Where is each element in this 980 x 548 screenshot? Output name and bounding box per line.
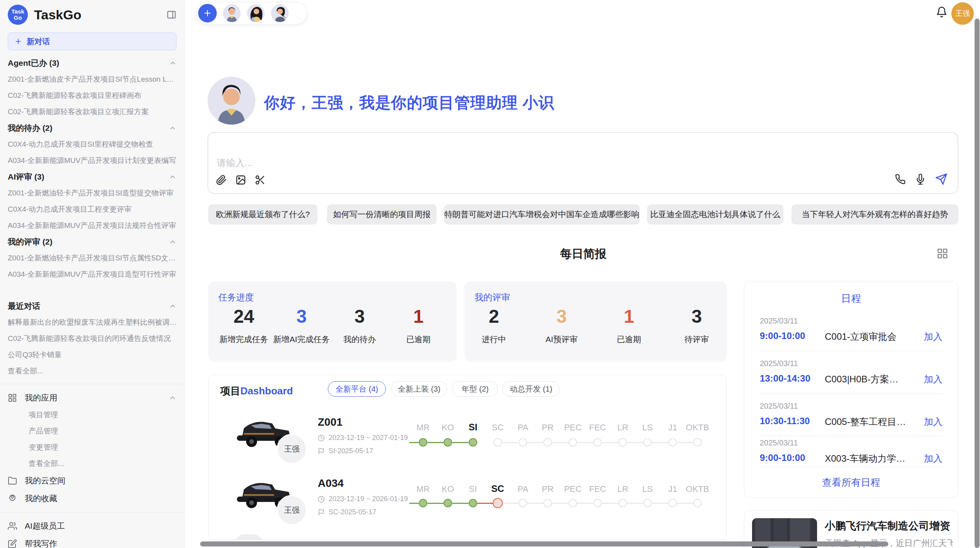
app-screen: Task Go TaskGo 新对话 Agent已办 (3) Z001-全新燃油… xyxy=(0,0,980,548)
suggestion-chip[interactable]: 当下年轻人对汽车外观有怎样的喜好趋势 xyxy=(792,204,958,224)
list-item[interactable]: 解释最新出台的欧盟报废车法规再生塑料比例被调至15%... xyxy=(0,314,184,331)
view-all-chats[interactable]: 查看全部... xyxy=(0,363,184,379)
tab-new-body[interactable]: 全新上装 (3) xyxy=(391,381,447,397)
owner-name: 王强 xyxy=(284,444,300,454)
list-item[interactable]: C0X4-动力总成开发项目工程变更评审 xyxy=(0,201,184,217)
section-agent-done[interactable]: Agent已办 (3) xyxy=(0,55,184,71)
milestone-node xyxy=(643,499,652,507)
new-chat-button[interactable]: 新对话 xyxy=(8,33,176,50)
list-item[interactable]: C02-飞腾新能源轻客改款项目的闭环通告反馈情况 xyxy=(0,331,184,347)
tab-powertrain[interactable]: 动总开发 (1) xyxy=(502,381,560,397)
layout-grid-icon[interactable] xyxy=(937,248,948,259)
suggestion-chip[interactable]: 比亚迪全固态电池计划具体说了什么 xyxy=(647,204,783,224)
list-item[interactable]: Z001-全新燃油轻卡产品开发项目SI造型提交物评审 xyxy=(0,185,184,201)
attachment-icon[interactable] xyxy=(216,175,227,185)
project-flag: SC-2025-05-17 xyxy=(318,508,376,516)
join-button[interactable]: 加入 xyxy=(924,373,942,385)
sidebar-collapse-icon[interactable] xyxy=(166,10,176,20)
chat-input[interactable]: 请输入... xyxy=(217,157,252,169)
sidebar-item-label: 我的应用 xyxy=(25,392,161,403)
milestone-label: LS xyxy=(642,484,653,494)
section-title: 最近对话 xyxy=(8,301,40,312)
milestone-label: PEC xyxy=(564,484,581,494)
user-avatar[interactable]: 王强 xyxy=(951,2,974,25)
avatar[interactable] xyxy=(223,4,241,22)
tab-year-model[interactable]: 年型 (2) xyxy=(452,381,498,397)
horizontal-scrollbar[interactable] xyxy=(200,541,888,546)
suggestion-chip[interactable]: 如何写一份清晰的项目周报 xyxy=(327,204,437,224)
sidebar-item-project-mgmt[interactable]: 项目管理 xyxy=(0,407,184,423)
view-all-apps[interactable]: 查看全部... xyxy=(0,456,184,472)
milestone-node xyxy=(469,499,477,507)
view-all-schedule[interactable]: 查看所有日程 xyxy=(744,476,958,489)
owner-badge: 王强 xyxy=(277,495,307,525)
new-session-button[interactable] xyxy=(198,4,217,22)
sidebar-item-cloud-space[interactable]: 我的云空间 xyxy=(0,472,184,490)
milestone-segment xyxy=(627,503,644,504)
milestone-segment xyxy=(552,442,569,443)
greeting-text: 你好，王强，我是你的项目管理助理 小识 xyxy=(264,92,554,113)
sidebar-item-change-mgmt[interactable]: 变更管理 xyxy=(0,439,184,456)
sidebar-item-label: AI超级员工 xyxy=(25,521,65,531)
scissors-icon[interactable] xyxy=(255,175,266,185)
sidebar-item-label: 帮我写作 xyxy=(25,538,57,548)
milestone-segment xyxy=(427,503,444,504)
list-item[interactable]: 公司Q3轻卡销量 xyxy=(0,347,184,363)
milestone-segment xyxy=(527,442,544,443)
suggestion-chip[interactable]: 欧洲新规最近颁布了什么? xyxy=(208,204,317,224)
list-item[interactable]: C02-飞腾新能源轻客改款项目里程碑画布 xyxy=(0,87,184,104)
image-icon[interactable] xyxy=(235,175,246,185)
list-item[interactable]: A034-全新新能源MUV产品开发项目法规符合性评审 xyxy=(0,217,184,234)
milestone-node xyxy=(668,499,677,507)
milestone-segment xyxy=(409,503,419,504)
suggestion-chip[interactable]: 特朗普可能对进口汽车增税会对中国车企造成哪些影响 xyxy=(444,204,640,224)
grid-icon xyxy=(8,393,17,402)
join-button[interactable]: 加入 xyxy=(924,331,942,343)
notification-bell-icon[interactable] xyxy=(936,6,947,18)
news-title: 小鹏飞行汽车制造公司增资 xyxy=(825,519,950,533)
next-row-peek xyxy=(235,534,263,540)
my-review-card: 我的评审 2 进行中 3 AI预评审 1 已逾期 3 待评审 xyxy=(464,281,727,362)
section-my-review[interactable]: 我的评审 (2) xyxy=(0,234,184,250)
section-ai-review[interactable]: AI评审 (3) xyxy=(0,169,184,185)
milestone-node xyxy=(543,499,552,507)
sidebar-item-help-write[interactable]: 帮我写作 xyxy=(0,535,184,548)
milestone-segment xyxy=(602,442,618,443)
list-item[interactable]: A034-全新新能源MUV产品开发项目计划变更表编写 xyxy=(0,152,184,169)
list-item[interactable]: Z001-全新燃油皮卡产品开发项目SI节点Lesson Learn报告 xyxy=(0,71,184,87)
sidebar: Task Go TaskGo 新对话 Agent已办 (3) Z001-全新燃油… xyxy=(0,0,185,548)
milestone-label: MR xyxy=(416,423,430,433)
milestone-segment xyxy=(527,503,544,504)
stat-label: 待评审 xyxy=(652,334,741,345)
vertical-scrollbar[interactable] xyxy=(975,19,980,548)
sidebar-item-my-apps[interactable]: 我的应用 xyxy=(0,389,184,407)
avatar[interactable] xyxy=(271,4,289,22)
tab-new-platform[interactable]: 全新平台 (4) xyxy=(328,381,386,397)
project-code[interactable]: A034 xyxy=(318,477,344,490)
list-item[interactable]: C0X4-动力总成开发项目SI里程碑提交物检查 xyxy=(0,136,184,152)
milestone-segment xyxy=(602,503,618,504)
milestone-label: PR xyxy=(542,484,554,494)
milestone-label: LR xyxy=(617,423,628,433)
project-code[interactable]: Z001 xyxy=(318,416,343,428)
sidebar-item-product-mgmt[interactable]: 产品管理 xyxy=(0,423,184,439)
mic-icon[interactable] xyxy=(915,174,926,185)
send-icon[interactable] xyxy=(935,173,947,185)
sidebar-item-ai-employee[interactable]: AI超级员工 xyxy=(0,517,184,535)
section-my-todo[interactable]: 我的待办 (2) xyxy=(0,120,184,136)
list-item[interactable]: A034-全新新能源MUV产品开发项目造型可行性评审 xyxy=(0,266,184,283)
avatar[interactable] xyxy=(247,4,265,22)
list-item[interactable]: Z001-全新燃油轻卡产品开发项目SI节点属性5D文件评审 xyxy=(0,250,184,266)
join-button[interactable]: 加入 xyxy=(924,452,942,465)
milestone-label: SC xyxy=(492,423,504,433)
phone-icon[interactable] xyxy=(895,174,906,185)
milestone-segment xyxy=(577,442,594,443)
event-time: 9:00-10:00 xyxy=(760,452,805,463)
badge-icon xyxy=(8,494,17,503)
event-date: 2025/03/11 xyxy=(760,359,798,368)
section-recent-chats[interactable]: 最近对话 xyxy=(0,298,184,314)
list-item[interactable]: C02-飞腾新能源轻客改款项目立项汇报方案 xyxy=(0,104,184,120)
sidebar-item-favorites[interactable]: 我的收藏 xyxy=(0,490,184,507)
join-button[interactable]: 加入 xyxy=(924,416,942,428)
edit-icon xyxy=(8,539,17,548)
